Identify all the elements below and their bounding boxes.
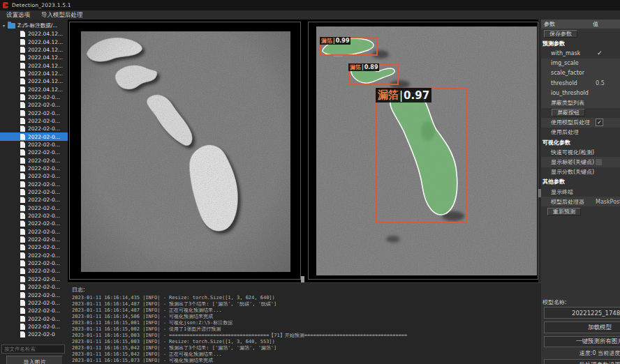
detection-box[interactable]: 漏箔|0.99 <box>320 37 378 56</box>
tree-item-file[interactable]: 2022.04.12... <box>0 85 68 93</box>
file-icon <box>20 300 25 306</box>
menu-item-import-postprocess[interactable]: 导入模型后处理 <box>41 11 83 20</box>
search-input[interactable] <box>1 344 65 354</box>
tree-item-file[interactable]: 2022-02-0... <box>0 220 68 227</box>
param-button[interactable]: 重新预测 <box>547 208 581 215</box>
tree-item-label: 2022-02-0... <box>28 181 60 188</box>
tree-item-file[interactable]: 2022-02-0... <box>0 172 68 180</box>
file-icon <box>20 54 25 61</box>
tree-item-file[interactable]: 2022-02-0 <box>0 331 68 338</box>
tree-item-file[interactable]: 2022-02-0... <box>0 236 68 243</box>
tree-item-file[interactable]: 2022-02-0... <box>0 314 68 322</box>
file-icon <box>20 47 25 53</box>
params-row[interactable]: 显示分数(关键点) <box>541 167 620 177</box>
tree-item-file[interactable]: 2022.04.12... <box>0 46 68 54</box>
tree-item-file[interactable]: 2022-02-0... <box>0 125 68 132</box>
tree-item-file[interactable]: 2022-02-0... <box>0 132 68 140</box>
import-images-button[interactable]: 导入图片 <box>6 356 63 364</box>
tree-item-file[interactable]: 2022-02-0... <box>0 204 68 212</box>
tree-item-file[interactable]: 2022-02-0... <box>0 291 68 298</box>
tree-item-file[interactable]: 2022-02-0... <box>0 323 68 331</box>
tree-item-file[interactable]: 2022-02-0... <box>0 117 68 125</box>
log-line: 2023-01-11 16:16:14,506 |INFO| - 可视化预测结果… <box>72 314 540 320</box>
menu-item-settings[interactable]: 设置选项 <box>6 11 30 20</box>
tree-item-file[interactable]: 2022-02-0... <box>0 101 68 109</box>
tree-item-label: 2022-02-0... <box>28 220 60 227</box>
tree-item-label: 2022-02-0... <box>28 284 60 290</box>
tree-item-file[interactable]: 2022.04.12... <box>0 61 68 69</box>
tree-item-label: 2022-02-0 <box>28 331 55 338</box>
tree-item-file[interactable]: 2022.04.12... <box>0 30 68 38</box>
tree-item-file[interactable]: 2022-02-0... <box>0 243 68 251</box>
params-row[interactable]: 使用后处理 <box>541 128 620 137</box>
checkmark-icon[interactable]: ✓ <box>597 50 603 56</box>
tree-root-folder[interactable]: ▾ Z:/5-标注数据/... <box>0 21 68 30</box>
file-icon <box>20 252 25 259</box>
params-row[interactable]: 显示标签(关键点) <box>541 157 620 167</box>
log-lines[interactable]: 2023-01-11 16:16:14,435 |INFO| - Resize:… <box>72 295 540 363</box>
tree-item-file[interactable]: 2022-02-0... <box>0 93 68 101</box>
prediction-image-panel: 漏箔|0.99 漏箔|0.89 漏箔|0.97 <box>308 22 538 280</box>
tree-item-file[interactable]: 2022-02-0... <box>0 275 68 283</box>
params-row[interactable]: 显示终端 <box>541 187 620 197</box>
tree-item-file[interactable]: 2022-02-0... <box>0 157 68 165</box>
tree-item-file[interactable]: 2022-02-0... <box>0 181 68 188</box>
file-icon <box>20 173 25 179</box>
tree-item-file[interactable]: 2022-02-0... <box>0 149 68 156</box>
postprocess-params-button[interactable]: 后处理参数设置 <box>544 359 620 364</box>
tree-item-file[interactable]: 2022-02-0... <box>0 188 68 196</box>
params-row[interactable]: iou_threshold <box>541 88 620 98</box>
tree-item-file[interactable]: 2022-02-0... <box>0 307 68 314</box>
tree-item-file[interactable]: 2022-02-0... <box>0 228 68 236</box>
tree-item-file[interactable]: 2022.04.12... <box>0 38 68 45</box>
param-button[interactable]: 保存参数 <box>544 30 577 38</box>
source-image-canvas[interactable] <box>81 31 290 272</box>
tree-item-file[interactable]: 2022.04.12... <box>0 54 68 61</box>
tree-item-file[interactable]: 2022-02-0... <box>0 165 68 172</box>
tree-item-file[interactable]: 2022.04.12... <box>0 70 68 77</box>
param-button[interactable]: 屏蔽按钮 <box>552 109 585 116</box>
params-row[interactable]: img_scale <box>541 59 620 68</box>
expand-arrow-icon[interactable]: ▾ <box>0 23 8 28</box>
prediction-image-canvas[interactable]: 漏箔|0.99 漏箔|0.89 漏箔|0.97 <box>316 26 537 275</box>
param-label: 使用模型后处理 <box>541 119 590 126</box>
tree-item-file[interactable]: 2022.04.12... <box>0 77 68 85</box>
param-label: threshold <box>541 80 577 86</box>
params-row[interactable]: threshold0.5 <box>541 78 620 88</box>
tree-item-file[interactable]: 2022-02-0... <box>0 212 68 220</box>
log-line: 2023-01-11 16:16:15,073 |INFO| - 可视化预测结果… <box>72 358 540 363</box>
params-row[interactable]: with_mask✓ <box>541 48 620 58</box>
checkbox-checked[interactable]: ✓ <box>596 119 603 126</box>
tree-item-file[interactable]: 2022-02-0... <box>0 283 68 291</box>
tree-item-file[interactable]: 2022-02-0... <box>0 299 68 307</box>
load-model-button[interactable]: 加载模型 <box>544 321 620 333</box>
tree-item-file[interactable]: 2022-02-0... <box>0 259 68 267</box>
param-label: with_mask <box>541 50 580 56</box>
tree-item-file[interactable]: 2022-02-0... <box>0 252 68 259</box>
checkbox-unchecked[interactable] <box>596 159 602 165</box>
file-icon <box>20 126 25 132</box>
detection-box[interactable]: 漏箔|0.89 <box>348 63 399 85</box>
tree-item-label: 2022-02-0... <box>28 134 60 140</box>
file-icon <box>20 244 25 250</box>
tree-item-file[interactable]: 2022-02-0... <box>0 109 68 116</box>
tree-item-file[interactable]: 2022-02-0... <box>0 267 68 275</box>
file-icon <box>20 142 25 148</box>
model-name-button[interactable]: 20221225_174813 <box>544 307 620 319</box>
params-row[interactable]: scale_factor <box>541 68 620 78</box>
file-icon <box>20 110 25 116</box>
params-row[interactable]: 保存参数 <box>541 29 620 38</box>
params-row[interactable]: 重新预测 <box>541 206 620 216</box>
tree-item-label: 2022-02-0... <box>28 165 60 172</box>
params-row[interactable]: 屏蔽按钮 <box>541 108 620 118</box>
params-row[interactable]: 屏蔽类型列表 <box>541 98 620 107</box>
params-row[interactable]: 模型后处理器MaskPostPro <box>541 197 620 206</box>
params-row[interactable]: 使用模型后处理✓ <box>541 118 620 128</box>
detection-box[interactable]: 漏箔|0.97 <box>376 88 467 223</box>
params-row[interactable]: 快速可视化(检测) <box>541 147 620 157</box>
predict-all-button[interactable]: 一键预测所有图片 <box>544 336 620 347</box>
model-name-label: 模型名称: <box>542 298 567 306</box>
tree-item-file[interactable]: 2022-02-0... <box>0 141 68 149</box>
params-header-name: 参数 <box>541 20 593 28</box>
tree-item-file[interactable]: 2022-02-0... <box>0 196 68 204</box>
